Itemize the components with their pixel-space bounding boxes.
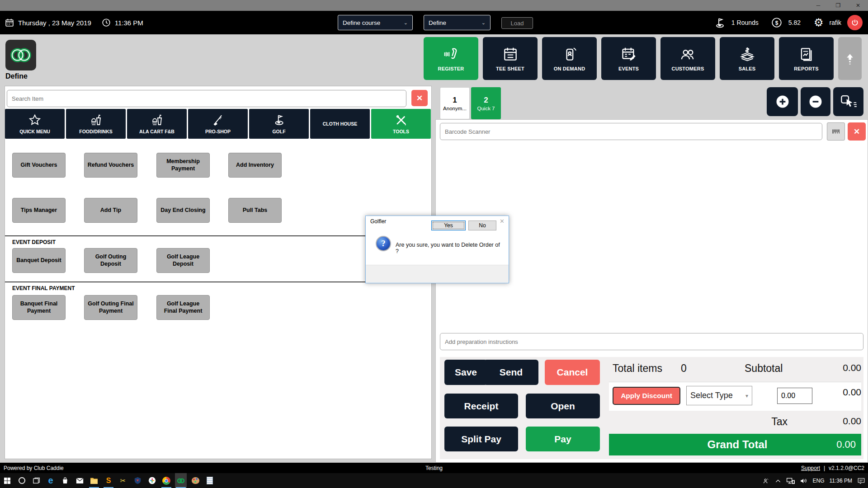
language-indicator[interactable]: ENG <box>813 478 825 484</box>
tips-manager-button[interactable]: Tips Manager <box>12 198 66 223</box>
notification-icon[interactable] <box>857 477 865 484</box>
file-explorer-button[interactable] <box>88 473 100 488</box>
day-end-closing-button[interactable]: Day End Closing <box>156 198 210 223</box>
speaker-icon[interactable] <box>800 477 808 484</box>
membership-payment-button[interactable]: Membership Payment <box>156 153 210 178</box>
chevron-down-icon: ⌄ <box>481 20 486 26</box>
store-button[interactable] <box>59 473 71 488</box>
gear-icon[interactable]: ⚙ <box>814 17 824 28</box>
select-customer-button[interactable] <box>833 87 863 116</box>
tab-golf[interactable]: GOLF <box>249 109 309 139</box>
golf-league-deposit-button[interactable]: Golf League Deposit <box>156 248 210 273</box>
golf-outing-deposit-button[interactable]: Golf Outing Deposit <box>84 248 137 273</box>
discount-type-value: Select Type <box>690 391 733 400</box>
scroll-up-button[interactable] <box>838 37 862 80</box>
send-button[interactable]: Send <box>484 360 538 385</box>
search-input[interactable] <box>7 90 406 107</box>
discount-amount-input[interactable] <box>777 388 812 404</box>
edge-button[interactable]: e <box>45 473 57 488</box>
task-view-icon <box>33 477 40 484</box>
username[interactable]: rafik <box>830 19 841 26</box>
add-order-button[interactable] <box>767 87 798 116</box>
support-link[interactable]: Support <box>801 465 820 471</box>
split-pay-button[interactable]: Split Pay <box>444 427 518 451</box>
people-tray-icon[interactable] <box>762 477 770 484</box>
save-button[interactable]: Save <box>444 360 487 385</box>
close-icon[interactable]: ✕ <box>500 218 505 225</box>
load-button[interactable]: Load <box>501 17 533 29</box>
cortana-button[interactable] <box>16 473 28 488</box>
slack-button[interactable] <box>146 473 158 488</box>
power-button[interactable] <box>847 15 863 30</box>
no-button[interactable]: No <box>468 221 496 230</box>
confirm-delete-dialog: Golfler ✕ ? Are you sure, you want to De… <box>365 216 509 283</box>
golf-outing-final-payment-button[interactable]: Golf Outing Final Payment <box>84 295 137 320</box>
receipt-button[interactable]: Receipt <box>444 394 518 418</box>
minimize-icon[interactable]: ─ <box>808 0 828 11</box>
barcode-scanner-input[interactable] <box>440 123 822 140</box>
apply-discount-button[interactable]: Apply Discount <box>613 387 680 405</box>
tab-food-drinks[interactable]: FOOD/DRINKS <box>66 109 126 139</box>
mail-button[interactable] <box>74 473 85 488</box>
add-tip-button[interactable]: Add Tip <box>84 198 137 223</box>
close-icon[interactable]: ✕ <box>848 0 868 11</box>
prep-instructions-input[interactable] <box>440 333 863 350</box>
nav-events[interactable]: EVENTS <box>601 37 656 80</box>
clear-search-button[interactable]: ✕ <box>411 90 428 106</box>
nav-customers[interactable]: CUSTOMERS <box>660 37 715 80</box>
tab-tools[interactable]: TOOLS <box>371 109 431 139</box>
yes-button[interactable]: Yes <box>431 221 466 230</box>
add-tip-label: Add Tip <box>100 207 121 214</box>
pull-tabs-button[interactable]: Pull Tabs <box>228 198 282 223</box>
define-app-button[interactable] <box>175 473 187 488</box>
course-select[interactable]: Define course ⌄ <box>338 15 413 30</box>
network-icon[interactable] <box>786 477 795 484</box>
discount-value: 0.00 <box>809 387 861 398</box>
calendar-icon <box>5 18 14 28</box>
snip-tool-button[interactable]: ✂ <box>117 473 129 488</box>
chevron-up-icon[interactable] <box>775 479 781 483</box>
tab-ala-cart-fb[interactable]: ALA CART F&B <box>127 109 187 139</box>
refund-vouchers-label: Refund Vouchers <box>88 162 134 169</box>
taskbar-clock[interactable]: 11:36 PM <box>830 478 852 484</box>
nav-register[interactable]: REGISTER <box>424 37 478 80</box>
nav-tee-sheet[interactable]: TEE SHEET <box>483 37 538 80</box>
clear-barcode-button[interactable]: ✕ <box>848 122 866 141</box>
sublime-button[interactable]: S <box>103 473 114 488</box>
remove-order-button[interactable] <box>801 87 830 116</box>
golf-league-final-payment-label: Golf League Final Payment <box>160 300 207 314</box>
course-select-value: Define course <box>343 19 380 26</box>
profile-select[interactable]: Define ⌄ <box>424 15 491 30</box>
cancel-button[interactable]: Cancel <box>545 360 600 385</box>
gift-vouchers-button[interactable]: Gift Vouchers <box>12 153 66 178</box>
barcode-button[interactable] <box>827 122 845 141</box>
order-tab-2[interactable]: 2 Quick 7 <box>471 87 501 119</box>
task-view-button[interactable] <box>30 473 42 488</box>
nav-reports[interactable]: REPORTS <box>779 37 834 80</box>
chrome-button[interactable] <box>160 473 172 488</box>
notepad-button[interactable] <box>204 473 216 488</box>
order-tab-1-label: Anonym... <box>443 106 467 111</box>
start-button[interactable] <box>1 473 13 488</box>
order-tab-1[interactable]: 1 Anonym... <box>440 87 470 119</box>
nav-sales[interactable]: SALES <box>720 37 774 80</box>
tab-pro-shop[interactable]: PRO-SHOP <box>188 109 248 139</box>
shield-app-button[interactable] <box>132 473 143 488</box>
banquet-deposit-button[interactable]: Banquet Deposit <box>12 248 66 273</box>
discount-type-select[interactable]: Select Type ▾ <box>686 386 752 405</box>
banquet-deposit-label: Banquet Deposit <box>16 257 61 264</box>
pay-button[interactable]: Pay <box>526 427 600 451</box>
refund-vouchers-button[interactable]: Refund Vouchers <box>84 153 137 178</box>
tab-cloth-house[interactable]: CLOTH HOUSE <box>310 109 370 139</box>
tab-quick-menu[interactable]: QUICK MENU <box>5 109 65 139</box>
open-button[interactable]: Open <box>526 394 600 418</box>
add-inventory-button[interactable]: Add Inventory <box>228 153 282 178</box>
golf-league-final-payment-button[interactable]: Golf League Final Payment <box>156 295 210 320</box>
nav-on-demand[interactable]: ON DEMAND <box>542 37 597 80</box>
paint-button[interactable] <box>189 473 201 488</box>
order-tab-1-number: 1 <box>453 96 457 105</box>
banquet-final-payment-button[interactable]: Banquet Final Payment <box>12 295 66 320</box>
close-icon: ✕ <box>854 127 860 136</box>
maximize-icon[interactable]: ❐ <box>828 0 848 11</box>
barcode-scanner-icon <box>443 46 460 63</box>
